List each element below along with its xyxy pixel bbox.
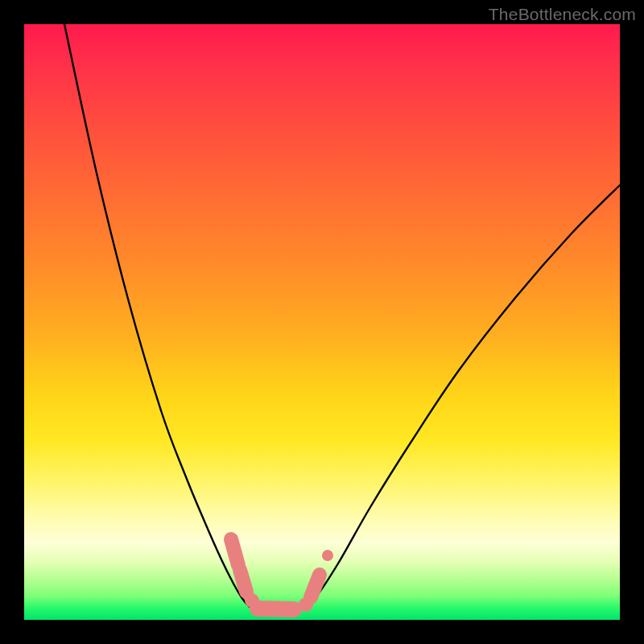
- marker-dot: [322, 550, 333, 561]
- marker-pill: [231, 539, 238, 565]
- data-markers: [231, 539, 333, 612]
- watermark-text: TheBottleneck.com: [489, 5, 636, 24]
- marker-pill: [258, 609, 294, 609]
- marker-pill: [240, 570, 246, 592]
- marker-pill: [311, 575, 320, 597]
- curve-left-branch: [64, 24, 253, 609]
- chart-overlay: [24, 24, 620, 620]
- chart-frame: [24, 24, 620, 620]
- curve-right-branch: [302, 185, 620, 609]
